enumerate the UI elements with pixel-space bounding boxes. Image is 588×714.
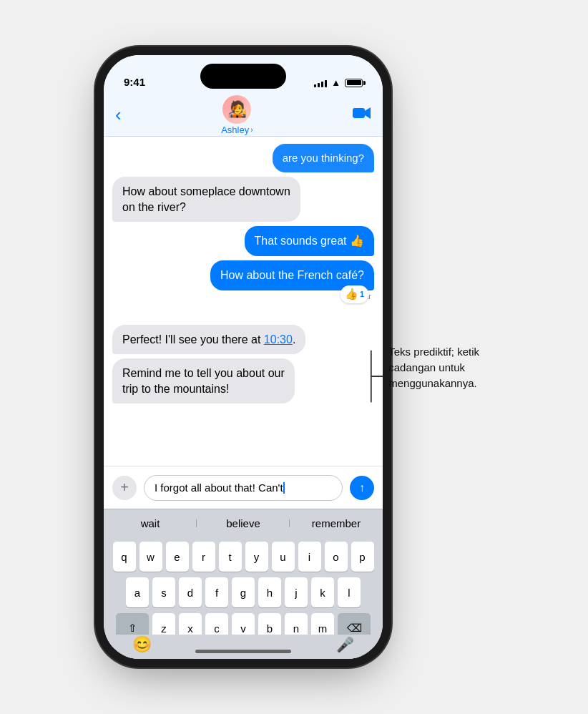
key-w[interactable]: w	[139, 542, 162, 572]
input-text: I forgot all about that! Can't	[155, 481, 283, 494]
key-f[interactable]: f	[205, 577, 228, 607]
cursor	[283, 482, 285, 494]
message-input[interactable]: I forgot all about that! Can't	[144, 475, 343, 501]
key-u[interactable]: u	[272, 542, 295, 572]
key-e[interactable]: e	[166, 542, 189, 572]
key-o[interactable]: o	[325, 542, 348, 572]
contact-avatar: 🧑‍🎤	[222, 95, 251, 124]
key-y[interactable]: y	[245, 542, 268, 572]
time-link[interactable]: 10:30	[264, 333, 293, 346]
key-p[interactable]: p	[351, 542, 374, 572]
message-row-received-3: Remind me to tell you about ourtrip to t…	[112, 358, 374, 404]
annotation-text: Teks prediktif; ketikcadangan untukmengg…	[388, 344, 479, 391]
message-bubble-received-1: How about someplace downtownon the river…	[112, 177, 300, 222]
message-row-sent-tapback: How about the French café? 👍 1 Dihantar	[112, 260, 374, 300]
wifi-icon: ▲	[331, 77, 340, 88]
bottom-bar: 😊 🎤	[104, 635, 383, 659]
send-button[interactable]: ↑	[350, 476, 374, 500]
message-bubble-sent-1: That sounds great 👍	[245, 226, 374, 256]
key-d[interactable]: d	[179, 577, 202, 607]
annotation-bracket-icon	[370, 344, 384, 409]
mic-button[interactable]: 🎤	[336, 636, 354, 653]
chevron-right-icon: ›	[250, 126, 253, 134]
status-icons: ▲	[314, 77, 363, 88]
phone-frame: 9:41 ▲ ‹ 🧑‍🎤 Ashley	[104, 55, 383, 659]
emoji-button[interactable]: 😊	[132, 635, 152, 654]
key-h[interactable]: h	[258, 577, 281, 607]
nav-bar: ‹ 🧑‍🎤 Ashley ›	[104, 94, 383, 137]
key-i[interactable]: i	[298, 542, 321, 572]
predictive-word-3[interactable]: remember	[290, 517, 383, 529]
key-q[interactable]: q	[113, 542, 136, 572]
keyboard-row-1: q w e r t y u i o p	[107, 542, 380, 572]
key-s[interactable]: s	[152, 577, 175, 607]
key-g[interactable]: g	[232, 577, 255, 607]
chat-area: are you thinking? How about someplace do…	[104, 137, 383, 466]
keyboard-row-2: a s d f g h j k l	[107, 577, 380, 607]
back-button[interactable]: ‹	[115, 104, 122, 126]
key-k[interactable]: k	[311, 577, 334, 607]
home-indicator	[195, 650, 291, 653]
key-a[interactable]: a	[126, 577, 149, 607]
message-bubble-received-3: Remind me to tell you about ourtrip to t…	[112, 358, 295, 404]
input-bar: + I forgot all about that! Can't ↑	[104, 466, 383, 509]
contact-info[interactable]: 🧑‍🎤 Ashley ›	[221, 95, 253, 135]
predictive-text-bar: wait believe remember	[104, 509, 383, 537]
contact-name: Ashley ›	[221, 124, 253, 135]
message-bubble-received-2: Perfect! I'll see you there at 10:30.	[112, 325, 305, 355]
status-time: 9:41	[124, 76, 145, 88]
predictive-word-2[interactable]: believe	[197, 517, 290, 529]
battery-icon	[345, 79, 363, 87]
key-t[interactable]: t	[219, 542, 242, 572]
message-bubble-sent: are you thinking?	[273, 144, 374, 172]
message-bubble-sent-cafe: How about the French café? 👍 1	[210, 260, 374, 290]
svg-rect-0	[353, 108, 365, 118]
message-row-received-1: How about someplace downtownon the river…	[112, 177, 374, 222]
add-attachment-button[interactable]: +	[112, 476, 137, 500]
tapback-reaction: 👍	[345, 287, 358, 301]
dynamic-island	[200, 64, 286, 89]
key-l[interactable]: l	[338, 577, 361, 607]
signal-icon	[314, 79, 327, 87]
predictive-word-1[interactable]: wait	[104, 517, 197, 529]
svg-marker-1	[365, 107, 371, 119]
video-call-button[interactable]	[353, 106, 371, 124]
message-row-sent-1: That sounds great 👍	[112, 226, 374, 256]
message-row-sent-cutoff: are you thinking?	[112, 144, 374, 172]
key-j[interactable]: j	[285, 577, 308, 607]
message-row-received-2: Perfect! I'll see you there at 10:30.	[112, 325, 374, 355]
key-r[interactable]: r	[192, 542, 215, 572]
side-annotation: Teks prediktif; ketikcadangan untukmengg…	[370, 344, 479, 409]
